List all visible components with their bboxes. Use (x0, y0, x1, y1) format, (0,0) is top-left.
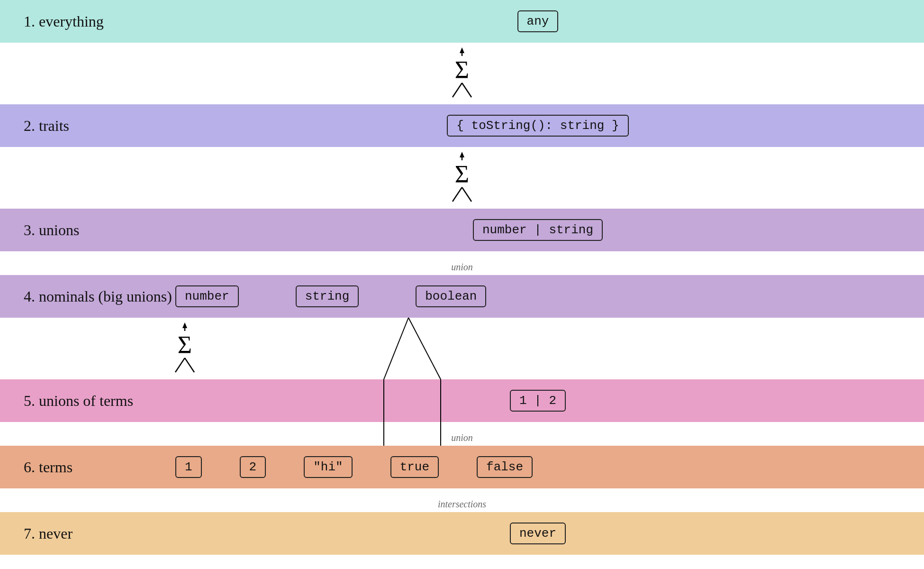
svg-line-8 (453, 187, 462, 202)
row-traits: 2. traits { toString(): string } (0, 104, 924, 147)
svg-marker-6 (460, 152, 464, 157)
row-terms: 6. terms 1 2 "hi" true false (0, 446, 924, 488)
never-badge: never (510, 523, 566, 544)
row-4-label: 4. nominals (big unions) (24, 288, 175, 305)
boolean-lines-svg (0, 318, 924, 379)
svg-text:Σ: Σ (455, 161, 469, 188)
row-7-content: never (175, 523, 900, 544)
any-badge: any (517, 10, 559, 32)
union-label-2: union (451, 432, 473, 443)
svg-marker-1 (460, 47, 464, 53)
intersections-label: intersections (438, 499, 486, 510)
sigma-connector-1: Σ (0, 43, 924, 104)
row-never: 7. never never (0, 512, 924, 555)
traits-badge: { toString(): string } (447, 115, 628, 137)
row-5-content: 1 | 2 (175, 390, 900, 412)
svg-marker-11 (182, 322, 187, 328)
svg-line-3 (453, 83, 462, 97)
combined-connector: Σ (0, 318, 924, 379)
sigma-connector-3-wrapper: Σ (166, 318, 204, 379)
svg-text:Σ: Σ (455, 56, 469, 83)
row-4-content: number string boolean (175, 285, 900, 307)
union-label-connector-2: union (0, 422, 924, 446)
svg-line-13 (175, 358, 185, 372)
term-true-badge: true (390, 456, 439, 478)
row-unions: 3. unions number | string (0, 209, 924, 251)
row-2-label: 2. traits (24, 117, 175, 135)
svg-line-16 (408, 318, 441, 379)
string-badge: string (296, 285, 359, 307)
union-label-connector-1: union (0, 251, 924, 275)
row-3-label: 3. unions (24, 221, 175, 239)
sigma-connector-2: Σ (0, 147, 924, 209)
row-everything: 1. everything any (0, 0, 924, 43)
row-6-label: 6. terms (24, 459, 175, 476)
union-terms-badge: 1 | 2 (510, 390, 566, 412)
boolean-badge: boolean (416, 285, 486, 307)
row-unions-of-terms: 5. unions of terms 1 | 2 (0, 379, 924, 422)
svg-line-4 (462, 83, 471, 97)
term-2-badge: 2 (240, 456, 266, 478)
svg-text:Σ: Σ (178, 331, 192, 358)
union-label-1: union (451, 262, 473, 273)
term-false-badge: false (477, 456, 533, 478)
row-7-label: 7. never (24, 525, 175, 542)
row-1-content: any (175, 10, 900, 32)
row-6-content: 1 2 "hi" true false (175, 456, 900, 478)
svg-line-14 (185, 358, 194, 372)
svg-line-9 (462, 187, 471, 202)
row-nominals: 4. nominals (big unions) number string b… (0, 275, 924, 318)
svg-line-15 (384, 318, 408, 379)
row-2-content: { toString(): string } (175, 115, 900, 137)
term-1-badge: 1 (175, 456, 202, 478)
row-5-label: 5. unions of terms (24, 392, 175, 410)
row-1-label: 1. everything (24, 13, 175, 30)
number-badge: number (175, 285, 239, 307)
term-hi-badge: "hi" (304, 456, 352, 478)
intersections-connector: intersections (0, 488, 924, 512)
sigma-icon-1: Σ (443, 47, 481, 100)
sigma-icon-2: Σ (443, 152, 481, 204)
sigma-icon-3: Σ (166, 322, 204, 375)
row-3-content: number | string (175, 219, 900, 241)
unions-badge: number | string (473, 219, 603, 241)
